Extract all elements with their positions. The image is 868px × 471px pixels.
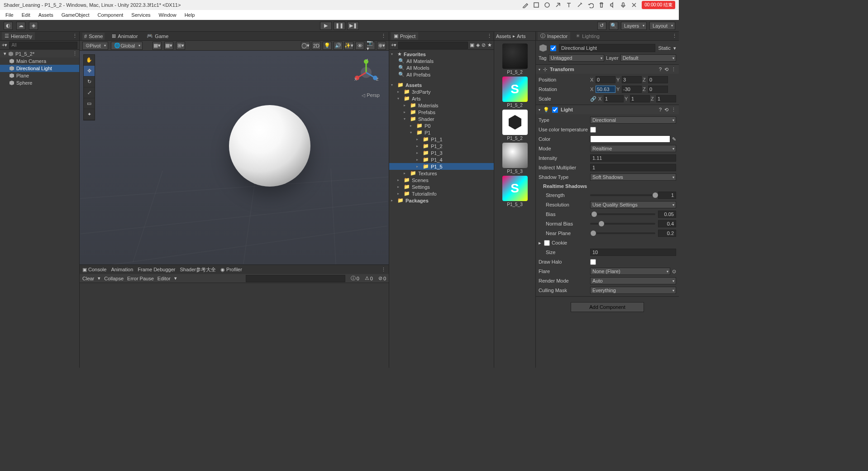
- version-control-icon[interactable]: ◈: [29, 22, 38, 30]
- warn-count[interactable]: ⚠ 0: [365, 275, 373, 281]
- active-checkbox[interactable]: [550, 45, 556, 51]
- collapse-button[interactable]: Collapse: [104, 276, 124, 281]
- tab-frame-debugger[interactable]: Frame Debugger: [138, 267, 175, 272]
- folder-textures[interactable]: ▸📁 Textures: [389, 170, 494, 177]
- fx-toggle-icon[interactable]: ✨▾: [344, 42, 353, 50]
- hierarchy-search[interactable]: [9, 42, 77, 49]
- folder-p1_2[interactable]: ▸📁 P1_2: [389, 143, 494, 149]
- fav-all-materials[interactable]: 🔍 All Materials: [389, 58, 494, 64]
- gizmos-icon[interactable]: ⊕▾: [377, 42, 386, 50]
- favorites-folder[interactable]: ▾★ Favorites: [389, 51, 494, 58]
- add-component-button[interactable]: Add Component: [571, 302, 644, 312]
- assets-folder[interactable]: ▾📁 Assets: [389, 82, 494, 88]
- draw-mode-icon[interactable]: ◯▾: [301, 42, 310, 50]
- scene-view[interactable]: ✋ ✥ ↻ ⤢ ▭ ✦ y x z ◁ Persp: [80, 51, 389, 264]
- hierarchy-item-plane[interactable]: Plane: [0, 72, 79, 79]
- intensity-field[interactable]: [590, 154, 676, 162]
- tag-dropdown[interactable]: Untagged: [548, 54, 604, 62]
- rotation-x[interactable]: [596, 86, 615, 93]
- 2d-toggle[interactable]: 2D: [312, 42, 321, 50]
- indirect-field[interactable]: [590, 164, 676, 171]
- reset-icon[interactable]: ⟲: [664, 107, 668, 113]
- folder-p1_4[interactable]: ▸📁 P1_4: [389, 156, 494, 163]
- move-tool-icon[interactable]: ✥: [84, 66, 95, 77]
- cloud-icon[interactable]: ☁: [16, 22, 25, 30]
- tab-profiler[interactable]: ◉ Profiler: [220, 267, 242, 273]
- center-menu-icon[interactable]: ⋮: [381, 33, 386, 39]
- text-icon[interactable]: [566, 2, 572, 8]
- star-icon[interactable]: ★: [487, 42, 492, 48]
- folder-scenes[interactable]: ▸📁 Scenes: [389, 177, 494, 183]
- bias-slider[interactable]: [590, 213, 655, 215]
- tab-animation[interactable]: Animation: [111, 267, 133, 272]
- folder-settings[interactable]: ▸📁 Settings: [389, 183, 494, 190]
- strength-slider[interactable]: [590, 194, 655, 196]
- tab-lighting[interactable]: ☀ Lighting: [573, 32, 602, 40]
- object-name-field[interactable]: Directional Light: [559, 44, 655, 52]
- color-temp-checkbox[interactable]: [590, 127, 596, 133]
- edit-icon[interactable]: [522, 2, 529, 8]
- transform-tool-icon[interactable]: ✦: [84, 109, 95, 120]
- folder-prefabs[interactable]: ▸📁 Prefabs: [389, 109, 494, 115]
- layout-dropdown[interactable]: Layout: [649, 22, 675, 30]
- circle-icon[interactable]: [544, 2, 550, 8]
- inspector-menu-icon[interactable]: ⋮: [672, 33, 677, 39]
- menu-services[interactable]: Services: [128, 11, 154, 19]
- asset-thumb[interactable]: SP1_5_2: [501, 77, 529, 108]
- audio-toggle-icon[interactable]: 🔊: [334, 42, 343, 50]
- tab-hierarchy[interactable]: ☰ Hierarchy: [2, 32, 35, 40]
- tab-inspector[interactable]: ⓘ Inspector: [538, 32, 570, 40]
- folder-arts[interactable]: ▾📁 Arts: [389, 95, 494, 102]
- layer-dropdown[interactable]: Default: [620, 54, 676, 62]
- breadcrumb-arts[interactable]: Arts: [517, 34, 526, 39]
- undo-history-icon[interactable]: ↺: [597, 22, 606, 30]
- breadcrumb-assets[interactable]: Assets: [496, 34, 511, 39]
- tab-shader-ref[interactable]: Shader参考大全: [180, 266, 216, 273]
- menu-gameobject[interactable]: GameObject: [58, 11, 93, 19]
- rotation-y[interactable]: [622, 86, 642, 93]
- folder-p1[interactable]: ▾📁 P1: [389, 129, 494, 136]
- hand-tool-icon[interactable]: ✋: [84, 55, 95, 66]
- tab-game[interactable]: 🎮 Game: [145, 32, 170, 40]
- rotate-tool-icon[interactable]: ↻: [84, 77, 95, 87]
- position-x[interactable]: [596, 76, 615, 83]
- folder-p0[interactable]: ▸📁 P0: [389, 122, 494, 129]
- flare-field[interactable]: None (Flare): [590, 268, 670, 275]
- account-icon[interactable]: ◐: [4, 22, 13, 30]
- asset-thumb[interactable]: P1_5_2: [501, 110, 529, 141]
- reset-icon[interactable]: ⟲: [664, 67, 668, 72]
- asset-thumb[interactable]: SP1_5_3: [501, 176, 529, 207]
- eyedropper-icon[interactable]: ✎: [672, 136, 676, 142]
- menu-component[interactable]: Component: [94, 11, 127, 19]
- hierarchy-item-sphere[interactable]: Sphere: [0, 79, 79, 87]
- pause-button[interactable]: ❚❚: [334, 22, 345, 30]
- tab-project[interactable]: ▣ Project: [391, 32, 418, 40]
- grid-snap-icon[interactable]: ▦▾: [153, 42, 162, 50]
- folder-3rdparty[interactable]: ▸📁 3rdParty: [389, 88, 494, 95]
- menu-edit[interactable]: Edit: [18, 11, 34, 19]
- folder-p1_5[interactable]: ▸📁 P1_5: [389, 163, 494, 170]
- asset-thumb[interactable]: P1_5_3: [501, 143, 529, 174]
- menu-file[interactable]: File: [2, 11, 17, 19]
- clear-button[interactable]: Clear: [82, 276, 94, 281]
- undo-icon[interactable]: [587, 2, 594, 8]
- console-search[interactable]: [246, 275, 345, 282]
- record-badge[interactable]: 00:00:00 结束: [642, 1, 675, 9]
- console-menu-icon[interactable]: ⋮: [381, 267, 386, 273]
- folder-materials[interactable]: ▸📁 Materials: [389, 102, 494, 109]
- fav-all-models[interactable]: 🔍 All Models: [389, 64, 494, 71]
- position-y[interactable]: [622, 76, 642, 83]
- fav-all-prefabs[interactable]: 🔍 All Prefabs: [389, 71, 494, 78]
- near-plane-slider[interactable]: [590, 232, 655, 234]
- project-create-dropdown[interactable]: +▾: [391, 42, 396, 48]
- close-icon[interactable]: [631, 2, 637, 8]
- error-pause-button[interactable]: Error Pause: [127, 276, 154, 281]
- mode-dropdown[interactable]: Realtime: [590, 145, 676, 152]
- scale-tool-icon[interactable]: ⤢: [84, 87, 95, 98]
- rotation-z[interactable]: [648, 86, 668, 93]
- normal-bias-slider[interactable]: [590, 223, 655, 225]
- play-button[interactable]: ▶: [320, 22, 332, 30]
- folder-tutorialinfo[interactable]: ▸📁 TutorialInfo: [389, 190, 494, 197]
- comp-menu-icon[interactable]: ⋮: [671, 67, 676, 72]
- tab-scene[interactable]: # Scene: [82, 33, 105, 40]
